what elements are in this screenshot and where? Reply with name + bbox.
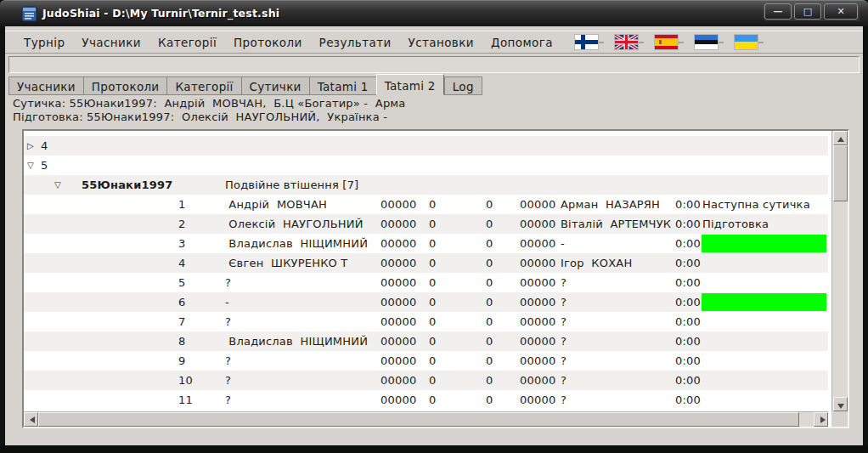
match-row[interactable]: 5?000000000000?0:00 — [24, 273, 828, 292]
window-title: JudoShiai - D:\My Turnir\Ternir_test.shi — [42, 7, 279, 20]
tab-matches[interactable]: Сутички — [241, 76, 309, 95]
window-controls: — □ ✕ — [763, 3, 860, 21]
fighter2-name: ? — [561, 273, 566, 292]
estonia-flag-icon[interactable] — [695, 35, 718, 49]
next-match-status: Підготовка: 55Юнаки1997: Олексій НАУГОЛЬ… — [13, 110, 387, 123]
fighter1-name: ? — [225, 390, 231, 410]
uk-flag-icon[interactable] — [615, 35, 638, 49]
menu-item-participants[interactable]: Учасники — [73, 33, 149, 52]
maximize-button[interactable]: □ — [794, 3, 821, 20]
window-bottom-border — [0, 445, 868, 453]
fighter2-score: 00000 — [520, 273, 555, 292]
fighter1-name: ? — [225, 273, 231, 292]
fighter2-score: 00000 — [520, 371, 555, 390]
fighter1-name: ? — [225, 312, 231, 331]
fighter1-points: 0 — [429, 351, 436, 371]
match-row[interactable]: 3 Владислав НІЩИМНИЙ000000000000-0:00 — [24, 234, 828, 253]
tab-bar: Учасники Протоколи Категорії Сутички Tat… — [8, 74, 482, 95]
tree-expander-icon[interactable]: ▷ — [27, 136, 34, 156]
fighter2-name: - — [561, 234, 565, 253]
fighter1-points: 0 — [429, 292, 436, 312]
fighter1-points: 0 — [429, 331, 436, 351]
match-time: 0:00 — [675, 273, 701, 292]
tab-tatami-2[interactable]: Tatami 2 — [376, 74, 444, 95]
fighter2-name: ? — [561, 292, 566, 312]
close-button[interactable]: ✕ — [824, 3, 858, 20]
fighter1-score: 00000 — [380, 390, 416, 410]
scroll-left-button[interactable] — [24, 412, 38, 427]
menu-item-categories[interactable]: Категорії — [149, 33, 225, 52]
fighter2-name: ? — [561, 351, 566, 371]
match-highlight-indicator — [702, 235, 826, 252]
match-row[interactable]: 10?000000000000?0:00 — [24, 371, 828, 390]
fighter2-points: 0 — [486, 273, 493, 292]
finland-flag-icon[interactable] — [575, 35, 598, 49]
fighter1-name: Андрій МОВЧАН — [225, 195, 327, 214]
fighter2-name: ? — [561, 312, 566, 331]
fighter1-score: 00000 — [380, 214, 416, 234]
fighter2-points: 0 — [486, 371, 493, 390]
tab-participants[interactable]: Учасники — [8, 76, 83, 95]
match-row[interactable]: 1 Андрій МОВЧАН000000000000Арман НАЗАРЯН… — [24, 195, 828, 214]
menu-item-help[interactable]: Допомога — [482, 33, 561, 52]
group-row[interactable]: ▷4 — [24, 136, 828, 156]
language-flags — [575, 35, 758, 49]
fighter1-score: 00000 — [380, 273, 416, 292]
category-row[interactable]: ▽55Юнаки1997Подвійне втішення [7] — [24, 175, 828, 195]
match-number: 8 — [178, 331, 185, 351]
scrollbar-corner — [831, 411, 848, 427]
match-row[interactable]: 8 Владислав НІЩИМНИЙ000000000000?0:00 — [24, 331, 828, 351]
tab-tatami-1[interactable]: Tatami 1 — [309, 76, 376, 95]
vertical-scrollbar[interactable] — [831, 131, 848, 411]
fighter1-score: 00000 — [380, 292, 416, 312]
tree-expander-icon[interactable]: ▽ — [54, 175, 61, 195]
tab-log[interactable]: Log — [444, 76, 482, 95]
tree-expander-icon[interactable]: ▽ — [27, 156, 34, 175]
scroll-right-button[interactable] — [814, 412, 828, 427]
menu-item-settings[interactable]: Установки — [400, 33, 482, 52]
menu-item-protocols[interactable]: Протоколи — [225, 33, 311, 52]
fighter2-score: 00000 — [520, 253, 555, 273]
match-number: 4 — [178, 253, 185, 273]
fighter1-points: 0 — [429, 234, 436, 253]
match-time: 0:00 — [675, 234, 701, 253]
fighter1-score: 00000 — [380, 312, 416, 331]
horizontal-scrollbar[interactable] — [24, 411, 828, 427]
match-note: Наступна сутичка — [702, 195, 810, 214]
fighter2-name: ? — [561, 331, 566, 351]
ukraine-flag-icon[interactable] — [735, 35, 758, 49]
match-row[interactable]: 6-000000000000?0:00 — [24, 292, 828, 312]
fighter1-score: 00000 — [380, 234, 416, 253]
group-row[interactable]: ▽5 — [24, 156, 828, 175]
horizontal-scroll-thumb[interactable] — [38, 412, 799, 427]
group-label: 5 — [41, 156, 48, 175]
tab-protocols[interactable]: Протоколи — [83, 76, 167, 95]
spain-flag-icon[interactable] — [655, 35, 678, 49]
tab-categories[interactable]: Категорії — [166, 76, 240, 95]
title-bar[interactable]: JudoShiai - D:\My Turnir\Ternir_test.shi… — [0, 0, 868, 26]
match-row[interactable]: 11?000000000000?0:00 — [24, 390, 828, 410]
scroll-up-button[interactable] — [833, 131, 848, 145]
fighter2-score: 00000 — [520, 195, 555, 214]
match-time: 0:00 — [675, 195, 701, 214]
match-row[interactable]: 7?000000000000?0:00 — [24, 312, 828, 331]
match-row[interactable]: 4 Євген ШКУРЕНКО Т000000000000Ігор КОХАН… — [24, 253, 828, 273]
group-label: 4 — [41, 136, 48, 156]
match-row[interactable]: 2 Олексій НАУГОЛЬНИЙ000000000000Віталій … — [24, 214, 828, 234]
category-system: Подвійне втішення [7] — [225, 175, 358, 195]
vertical-scroll-thumb[interactable] — [833, 145, 848, 201]
match-number: 7 — [178, 312, 185, 331]
fighter2-points: 0 — [486, 390, 493, 410]
fighter2-score: 00000 — [520, 292, 555, 312]
fighter2-points: 0 — [486, 292, 493, 312]
match-row[interactable]: 9?000000000000?0:00 — [24, 351, 828, 371]
menu-item-results[interactable]: Результати — [311, 33, 400, 52]
menu-item-tournament[interactable]: Турнір — [15, 33, 73, 52]
app-icon[interactable] — [21, 6, 37, 22]
minimize-button[interactable]: — — [764, 3, 792, 20]
fighter2-points: 0 — [486, 253, 493, 273]
scroll-down-button[interactable] — [833, 397, 848, 411]
match-number: 11 — [178, 390, 193, 410]
match-time: 0:00 — [675, 312, 701, 331]
fighter1-score: 00000 — [380, 331, 416, 351]
